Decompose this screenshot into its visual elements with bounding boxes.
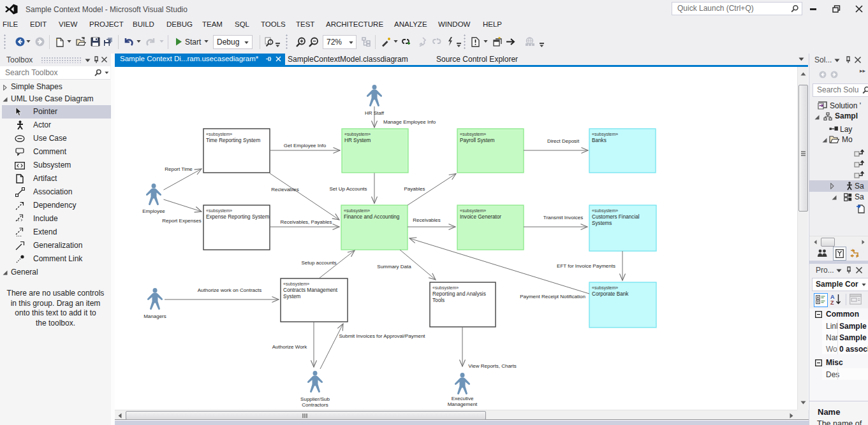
svg-text:Banks: Banks <box>592 138 607 143</box>
svg-text:Tools: Tools <box>432 298 445 303</box>
svg-text:«subsystem»: «subsystem» <box>460 208 486 213</box>
svg-text:Corporate Bank: Corporate Bank <box>592 291 629 297</box>
svg-text:HR Staff: HR Staff <box>365 110 385 116</box>
svg-text:Payroll System: Payroll System <box>460 138 495 143</box>
svg-text:Contracts Management: Contracts Management <box>283 287 338 293</box>
svg-text:HR System: HR System <box>344 138 371 143</box>
svg-text:Manage Employee Info: Manage Employee Info <box>383 119 436 125</box>
svg-text:«subsystem»: «subsystem» <box>283 282 309 287</box>
svg-text:«subsystem»: «subsystem» <box>460 132 486 137</box>
svg-text:Report Expenses: Report Expenses <box>162 218 201 224</box>
svg-text:Supplier/Sub: Supplier/Sub <box>300 396 330 402</box>
svg-text:Customers Financial: Customers Financial <box>592 214 640 220</box>
svg-text:View Reports, Charts: View Reports, Charts <box>468 363 516 369</box>
svg-text:«subsystem»: «subsystem» <box>344 132 371 137</box>
svg-text:Payables: Payables <box>404 186 425 192</box>
svg-text:«subsystem»: «subsystem» <box>344 208 370 213</box>
svg-text:Direct Deposit: Direct Deposit <box>547 138 580 144</box>
svg-text:Contractors: Contractors <box>302 402 328 408</box>
svg-text:Authorize work on Contracts: Authorize work on Contracts <box>198 287 262 293</box>
svg-text:Expense Reporting System: Expense Reporting System <box>206 214 269 220</box>
svg-text:EFT for Invoice Payments: EFT for Invoice Payments <box>557 263 615 269</box>
svg-text:Managers: Managers <box>143 313 166 319</box>
svg-text:System: System <box>283 294 300 299</box>
svg-text:Receivables: Receivables <box>413 217 441 223</box>
svg-text:Transmit Invoices: Transmit Invoices <box>543 215 583 220</box>
svg-text:Receivables, Payables: Receivables, Payables <box>281 219 332 225</box>
svg-text:Report Time: Report Time <box>165 166 193 172</box>
svg-text:Time Reporting System: Time Reporting System <box>206 138 260 143</box>
svg-text:«subsystem»: «subsystem» <box>206 132 232 137</box>
svg-text:«subsystem»: «subsystem» <box>592 208 618 213</box>
svg-text:Employee: Employee <box>142 208 165 214</box>
svg-text:«subsystem»: «subsystem» <box>592 132 618 137</box>
svg-text:Invoice Generator: Invoice Generator <box>460 214 501 220</box>
svg-text:Management: Management <box>448 401 478 407</box>
svg-text:Systems: Systems <box>592 220 612 226</box>
svg-text:Set Up Accounts: Set Up Accounts <box>329 186 367 192</box>
svg-text:Summary Data: Summary Data <box>377 264 411 270</box>
svg-text:Submit Invoices for Approval/P: Submit Invoices for Approval/Payment <box>339 333 425 339</box>
svg-text:Payment Receipt Notification: Payment Receipt Notification <box>520 294 585 299</box>
svg-text:«subsystem»: «subsystem» <box>592 285 618 291</box>
svg-text:Z: Z <box>830 299 834 305</box>
svg-text:«subsystem»: «subsystem» <box>206 208 232 213</box>
svg-text:Recievables: Recievables <box>271 187 299 192</box>
svg-text:Setup accounts: Setup accounts <box>301 260 336 266</box>
svg-text:Finance and Accounting: Finance and Accounting <box>344 214 400 220</box>
svg-text:Executive: Executive <box>452 396 474 401</box>
svg-text:Authorize Work: Authorize Work <box>272 344 308 350</box>
svg-text:Get Employee Info: Get Employee Info <box>284 143 327 148</box>
svg-text:«subsystem»: «subsystem» <box>432 285 459 291</box>
svg-text:Reporting and Analysis: Reporting and Analysis <box>432 291 486 297</box>
